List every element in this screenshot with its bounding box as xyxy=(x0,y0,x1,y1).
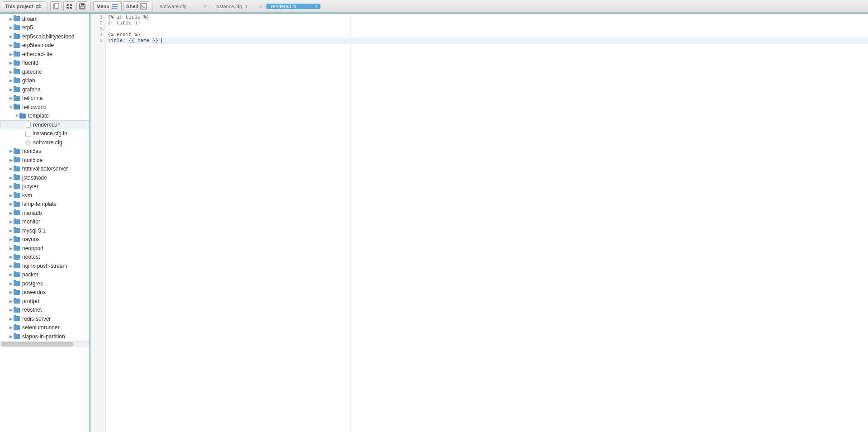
chevron-right-icon[interactable]: ▶ xyxy=(8,43,14,47)
tree-folder[interactable]: ▶html5ide xyxy=(0,156,89,165)
save-button[interactable] xyxy=(76,1,88,11)
chevron-right-icon[interactable]: ▶ xyxy=(8,246,14,251)
tree-file[interactable]: rendered.in xyxy=(0,120,89,129)
chevron-right-icon[interactable]: ▶ xyxy=(8,78,14,83)
tree-folder[interactable]: ▶grafana xyxy=(0,85,89,94)
tree-folder[interactable]: ▶kvm xyxy=(0,191,89,200)
tree-folder[interactable]: ▶erp5scalabilitytestbed xyxy=(0,32,89,41)
chevron-right-icon[interactable]: ▶ xyxy=(8,334,14,339)
tree-folder[interactable]: ▶powerdns xyxy=(0,288,89,297)
chevron-right-icon[interactable]: ▶ xyxy=(8,317,14,321)
chevron-right-icon[interactable]: ▶ xyxy=(8,281,14,286)
chevron-right-icon[interactable]: ▶ xyxy=(8,184,14,189)
tree-folder[interactable]: ▶gateone xyxy=(0,67,89,76)
chevron-right-icon[interactable]: ▶ xyxy=(8,219,14,224)
code-editor[interactable]: 12345 {% if title %}{{ title }}-{% endif… xyxy=(90,14,868,432)
tree-folder[interactable]: ▶dream xyxy=(0,14,89,24)
folder-icon xyxy=(14,43,20,48)
scrollbar-thumb[interactable] xyxy=(1,342,73,347)
tree-folder[interactable]: ▶proftpd xyxy=(0,297,89,306)
code-line[interactable]: {{ title }} xyxy=(106,20,868,26)
files-button[interactable] xyxy=(50,1,62,11)
tree-item-label: slapos-in-partition xyxy=(22,333,65,340)
tree-folder[interactable]: ▶jupyter xyxy=(0,182,89,191)
chevron-right-icon[interactable]: ▶ xyxy=(8,176,14,180)
tree-folder[interactable]: ▶seleniumrunner xyxy=(0,323,89,332)
tree-folder[interactable]: ▶etherpad-lite xyxy=(0,50,89,59)
chevron-right-icon[interactable]: ▶ xyxy=(8,299,14,304)
chevron-right-icon[interactable]: ▶ xyxy=(8,61,14,65)
tree-folder[interactable]: ▶nayuos xyxy=(0,235,89,244)
chevron-right-icon[interactable]: ▶ xyxy=(8,264,14,268)
close-icon[interactable]: × xyxy=(259,4,262,9)
close-icon[interactable]: × xyxy=(315,4,318,9)
tree-folder[interactable]: ▶slapos-in-partition xyxy=(0,332,89,341)
chevron-right-icon[interactable]: ▶ xyxy=(8,290,14,294)
sidebar-scrollbar[interactable] xyxy=(0,341,89,347)
tree-folder[interactable]: ▶neotest xyxy=(0,253,89,262)
code-line[interactable]: - xyxy=(106,26,868,32)
tree-item-label: etherpad-lite xyxy=(22,51,52,57)
chevron-right-icon[interactable]: ▶ xyxy=(8,17,14,21)
tree-folder[interactable]: ▶jstestnode xyxy=(0,173,89,182)
file-tree-sidebar[interactable]: ▶dream▶erp5▶erp5scalabilitytestbed▶erp5t… xyxy=(0,14,90,432)
tree-folder[interactable]: ▶mysql-5.1 xyxy=(0,226,89,235)
tab-rendered[interactable]: rendered.in × xyxy=(266,4,321,9)
chevron-right-icon[interactable]: ▶ xyxy=(8,255,14,259)
tree-folder[interactable]: ▶lamp-template xyxy=(0,200,89,209)
chevron-right-icon[interactable]: ▶ xyxy=(8,211,14,215)
chevron-right-icon[interactable]: ▶ xyxy=(8,52,14,57)
tree-folder[interactable]: ▼template xyxy=(0,112,89,121)
folder-icon xyxy=(14,25,20,30)
chevron-right-icon[interactable]: ▶ xyxy=(8,325,14,330)
chevron-down-icon[interactable]: ▼ xyxy=(8,105,14,109)
tree-folder[interactable]: ▶html5as xyxy=(0,147,89,156)
chevron-right-icon[interactable]: ▶ xyxy=(8,158,14,162)
folder-icon xyxy=(14,166,20,171)
chevron-right-icon[interactable]: ▶ xyxy=(8,149,14,153)
tree-file[interactable]: instance.cfg.in xyxy=(0,129,89,138)
chevron-right-icon[interactable]: ▶ xyxy=(8,202,14,206)
tree-folder[interactable]: ▶redis-server xyxy=(0,314,89,323)
chevron-right-icon[interactable]: ▶ xyxy=(8,70,14,74)
tree-folder[interactable]: ▶htmlvalidatorserver xyxy=(0,165,89,174)
code-content[interactable]: {% if title %}{{ title }}-{% endif %}Tit… xyxy=(106,14,868,432)
collapse-button[interactable] xyxy=(63,1,75,11)
chevron-right-icon[interactable]: ▶ xyxy=(8,96,14,100)
chevron-right-icon[interactable]: ▶ xyxy=(8,272,14,277)
chevron-right-icon[interactable]: ▶ xyxy=(8,237,14,242)
tree-file[interactable]: software.cfg xyxy=(0,138,89,147)
chevron-right-icon[interactable]: ▶ xyxy=(8,87,14,92)
menu-button[interactable]: Menu xyxy=(93,1,122,11)
close-icon[interactable]: × xyxy=(204,4,206,9)
tree-item-label: hellorina xyxy=(22,95,43,101)
tree-folder[interactable]: ▶neoppod xyxy=(0,244,89,253)
tree-folder[interactable]: ▶mariadb xyxy=(0,209,89,218)
tree-folder[interactable]: ▶erp5testnode xyxy=(0,41,89,50)
shell-button-label: Shell xyxy=(126,4,138,9)
chevron-down-icon[interactable]: ▼ xyxy=(14,114,19,118)
tree-folder[interactable]: ▶nginx-push-stream xyxy=(0,261,89,271)
tree-folder[interactable]: ▶gitlab xyxy=(0,76,89,85)
code-line[interactable]: {% endif %} xyxy=(106,32,868,38)
chevron-right-icon[interactable]: ▶ xyxy=(8,193,14,198)
chevron-right-icon[interactable]: ▶ xyxy=(8,308,14,312)
chevron-right-icon[interactable]: ▶ xyxy=(8,228,14,233)
tree-folder[interactable]: ▶erp5 xyxy=(0,24,89,33)
tree-folder[interactable]: ▶fluentd xyxy=(0,59,89,68)
code-line[interactable]: Title: {{ name }}! xyxy=(106,38,868,44)
tab-software[interactable]: software.cfg × xyxy=(155,4,209,9)
shell-button[interactable]: Shell xyxy=(123,1,150,11)
chevron-right-icon[interactable]: ▶ xyxy=(8,25,14,30)
tree-folder[interactable]: ▶re6stnet xyxy=(0,306,89,315)
tree-folder[interactable]: ▶postgres xyxy=(0,279,89,288)
tab-instance[interactable]: instance.cfg.in × xyxy=(211,4,265,9)
tree-folder[interactable]: ▼helloworld xyxy=(0,103,89,112)
project-selector-button[interactable]: This project xyxy=(2,1,45,11)
code-line[interactable]: {% if title %} xyxy=(106,14,868,20)
tree-folder[interactable]: ▶monitor xyxy=(0,218,89,227)
tree-folder[interactable]: ▶hellorina xyxy=(0,94,89,103)
chevron-right-icon[interactable]: ▶ xyxy=(8,166,14,171)
chevron-right-icon[interactable]: ▶ xyxy=(8,34,14,39)
tree-folder[interactable]: ▶packer xyxy=(0,271,89,280)
